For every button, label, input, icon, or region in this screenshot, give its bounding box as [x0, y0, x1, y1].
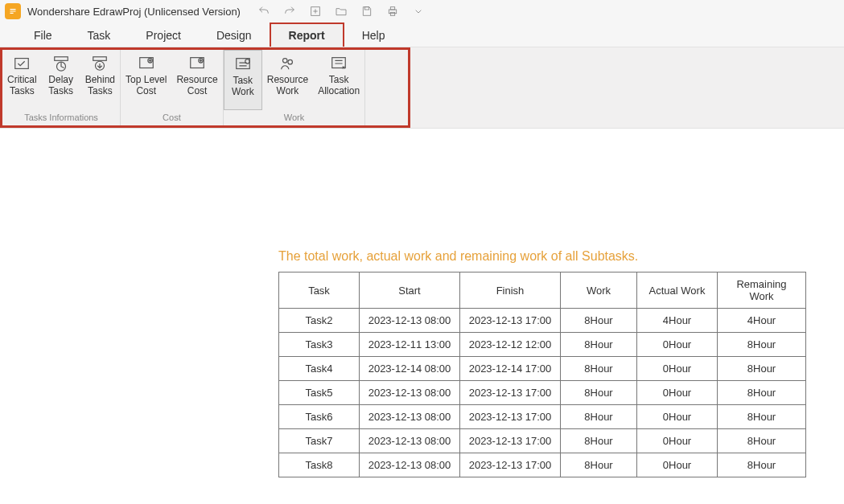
cell-task: Task5	[279, 381, 360, 405]
cell-start: 2023-12-13 08:00	[360, 429, 460, 453]
ribbon-btn-label: Task	[329, 74, 349, 85]
menu-design[interactable]: Design	[199, 24, 270, 47]
cell-start: 2023-12-13 08:00	[360, 405, 460, 429]
cell-work: 8Hour	[561, 381, 637, 405]
cell-start: 2023-12-13 08:00	[360, 453, 460, 477]
ribbon-group-work: TaskWorkResourceWorkTaskAllocationWork	[224, 50, 365, 125]
svg-rect-1	[364, 7, 368, 10]
column-header: Actual Work	[637, 272, 718, 309]
svg-rect-18	[332, 58, 346, 68]
svg-point-17	[288, 59, 293, 64]
column-header: Finish	[460, 272, 561, 309]
titlebar: Wondershare EdrawProj (Unlicensed Versio…	[0, 0, 844, 23]
ribbon-area: CriticalTasksDelayTasksBehindTasksTasks …	[0, 47, 844, 129]
delay-tasks-button[interactable]: DelayTasks	[42, 50, 80, 110]
svg-rect-5	[15, 59, 29, 69]
resource-work-button[interactable]: ResourceWork	[262, 50, 313, 110]
ribbon-btn-label: Tasks	[10, 85, 35, 96]
critical-icon	[13, 55, 31, 72]
cell-work: 8Hour	[561, 405, 637, 429]
svg-point-15	[245, 59, 250, 64]
ribbon-btn-label: Cost	[136, 85, 156, 96]
undo-icon[interactable]	[257, 4, 271, 18]
cell-task: Task8	[279, 453, 360, 477]
top-level-cost-button[interactable]: Top LevelCost	[121, 50, 171, 110]
new-icon[interactable]	[308, 4, 323, 18]
ribbon-btn-label: Tasks	[48, 85, 73, 96]
redo-icon[interactable]	[282, 4, 297, 18]
behind-tasks-button[interactable]: BehindTasks	[80, 50, 120, 110]
cell-remaining: 8Hour	[718, 357, 806, 381]
print-icon[interactable]	[385, 4, 400, 18]
ribbon-btn-label: Allocation	[318, 85, 360, 96]
cell-remaining: 8Hour	[718, 381, 806, 405]
ribbon-group-label: Work	[224, 110, 364, 125]
task-allocation-button[interactable]: TaskAllocation	[313, 50, 364, 110]
ribbon-btn-label: Delay	[48, 74, 73, 85]
svg-rect-4	[390, 12, 394, 15]
open-icon[interactable]	[334, 4, 348, 18]
cell-finish: 2023-12-13 17:00	[460, 381, 561, 405]
ribbon-group-label: Tasks Informations	[2, 110, 120, 125]
cell-remaining: 8Hour	[718, 429, 806, 453]
column-header: Task	[279, 272, 360, 309]
app-title: Wondershare EdrawProj (Unlicensed Versio…	[27, 6, 241, 18]
cell-actual: 0Hour	[637, 381, 718, 405]
behind-icon	[91, 55, 109, 72]
ribbon-btn-label: Task	[233, 75, 253, 86]
cell-finish: 2023-12-13 17:00	[460, 405, 561, 429]
svg-rect-6	[54, 57, 68, 61]
table-row: Task62023-12-13 08:002023-12-13 17:008Ho…	[279, 405, 806, 429]
ribbon-btn-label: Tasks	[88, 85, 113, 96]
cell-finish: 2023-12-13 17:00	[460, 309, 561, 333]
report-table: TaskStartFinishWorkActual WorkRemaining …	[278, 272, 806, 477]
table-row: Task32023-12-11 13:002023-12-12 12:008Ho…	[279, 333, 806, 357]
cost-icon	[138, 55, 155, 72]
cell-task: Task6	[279, 405, 360, 429]
more-icon[interactable]	[411, 4, 426, 18]
menu-task[interactable]: Task	[70, 24, 129, 47]
cell-finish: 2023-12-14 17:00	[460, 357, 561, 381]
svg-rect-2	[389, 10, 396, 14]
menu-project[interactable]: Project	[128, 24, 199, 47]
save-icon[interactable]	[360, 4, 374, 18]
cell-finish: 2023-12-13 17:00	[460, 453, 561, 477]
delay-icon	[52, 55, 70, 72]
resource-cost-button[interactable]: ResourceCost	[171, 50, 222, 110]
ribbon-report: CriticalTasksDelayTasksBehindTasksTasks …	[0, 47, 410, 128]
table-row: Task42023-12-14 08:002023-12-14 17:008Ho…	[279, 357, 806, 381]
table-body: Task22023-12-13 08:002023-12-13 17:008Ho…	[279, 309, 806, 477]
column-header: Remaining Work	[718, 272, 806, 309]
cell-remaining: 4Hour	[718, 309, 806, 333]
ribbon-btn-label: Work	[277, 85, 299, 96]
ribbon-group-cost: Top LevelCostResourceCostCost	[121, 50, 224, 125]
critical-tasks-button[interactable]: CriticalTasks	[2, 50, 42, 110]
cell-work: 8Hour	[561, 357, 637, 381]
cell-start: 2023-12-14 08:00	[360, 357, 460, 381]
cell-start: 2023-12-13 08:00	[360, 381, 460, 405]
menu-file[interactable]: File	[16, 24, 70, 47]
cell-actual: 0Hour	[637, 429, 718, 453]
cell-start: 2023-12-11 13:00	[360, 333, 460, 357]
svg-rect-8	[93, 57, 107, 61]
cell-actual: 0Hour	[637, 453, 718, 477]
menu-help[interactable]: Help	[344, 24, 403, 47]
ribbon-group-label: Cost	[121, 110, 223, 125]
table-row: Task52023-12-13 08:002023-12-13 17:008Ho…	[279, 381, 806, 405]
ribbon-btn-label: Resource	[176, 74, 217, 85]
reswork-icon	[278, 55, 296, 72]
app-logo	[5, 3, 21, 19]
cell-work: 8Hour	[561, 309, 637, 333]
table-row: Task72023-12-13 08:002023-12-13 17:008Ho…	[279, 429, 806, 453]
cell-finish: 2023-12-12 12:00	[460, 333, 561, 357]
cost-icon	[188, 55, 206, 72]
cell-task: Task3	[279, 333, 360, 357]
ribbon-btn-label: Work	[232, 86, 254, 97]
cell-work: 8Hour	[561, 333, 637, 357]
ribbon-btn-label: Resource	[267, 74, 308, 85]
table-row: Task82023-12-13 08:002023-12-13 17:008Ho…	[279, 453, 806, 477]
menu-report[interactable]: Report	[270, 23, 344, 47]
task-work-button[interactable]: TaskWork	[224, 50, 262, 110]
ribbon-btn-label: Critical	[7, 74, 37, 85]
cell-finish: 2023-12-13 17:00	[460, 429, 561, 453]
